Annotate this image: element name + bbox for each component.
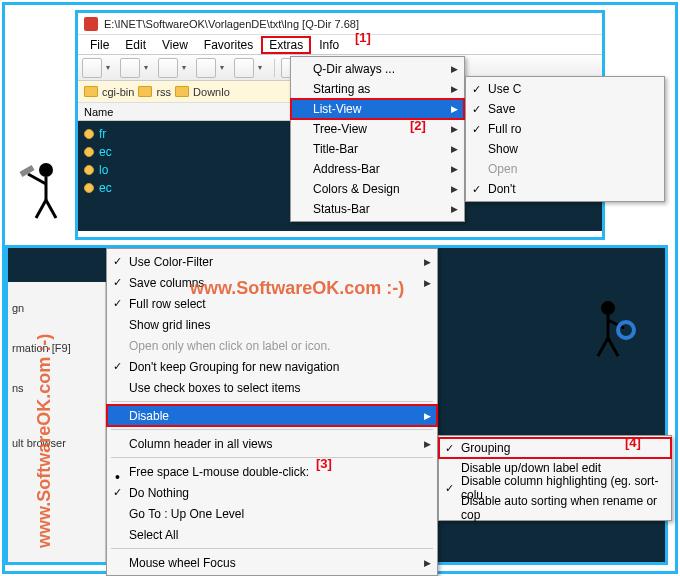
menu-item-open-label: Open only when click on label or icon. [107,335,437,356]
file-name: ec [99,181,112,195]
sidebar-item[interactable]: ns [12,368,101,408]
toolbar-separator [274,59,275,77]
menu-item-color-filter[interactable]: Use Color-Filter▶ [107,251,437,272]
file-icon [84,147,94,157]
menu-file[interactable]: File [82,36,117,54]
menu-item-label: Colors & Design [313,182,400,196]
dropdown-icon[interactable]: ▾ [144,63,154,72]
menu-item-label: List-View [313,102,361,116]
menu-item-checkboxes[interactable]: Use check boxes to select items [107,377,437,398]
menu-item-address-bar[interactable]: Address-Bar▶ [291,159,464,179]
menu-separator [111,429,433,430]
menu-header-free-space: Free space L-mouse double-click: [107,461,437,482]
toolbar-button[interactable] [196,58,216,78]
svg-line-2 [36,200,46,218]
menu-item-label: Use Color-Filter [129,255,213,269]
menu-item-label: Status-Bar [313,202,370,216]
folder-tab[interactable]: Downlo [175,86,230,98]
menu-item-label: Don't [488,182,516,196]
menu-item-disable[interactable]: Disable▶ [107,405,437,426]
submenu-arrow-icon: ▶ [451,104,458,114]
extras-menu: Q-Dir always ...▶ Starting as▶ List-View… [290,56,465,222]
folder-icon [138,86,152,97]
sidebar-item[interactable]: rmation [F9] [12,328,101,368]
sidebar: gn rmation [F9] ns ult browser [8,282,106,562]
menu-extras[interactable]: Extras [261,36,311,54]
sidebar-item[interactable]: gn [12,288,101,328]
folder-tab[interactable]: cgi-bin [84,86,134,98]
menu-item-qdir-always[interactable]: Q-Dir always ...▶ [291,59,464,79]
menu-item-do-nothing[interactable]: Do Nothing [107,482,437,503]
submenu-arrow-icon: ▶ [424,558,431,568]
svg-line-3 [46,200,56,218]
menu-item-label: Column header in all views [129,437,272,451]
submenu-item[interactable]: Save [466,99,664,119]
submenu-item[interactable]: Don't [466,179,664,199]
window-title: E:\INET\SoftwareOK\VorlagenDE\txt\lng [Q… [104,18,359,30]
folder-tab-label: Downlo [193,86,230,98]
titlebar: E:\INET\SoftwareOK\VorlagenDE\txt\lng [Q… [78,13,602,35]
menu-item-list-view[interactable]: List-View▶ [291,99,464,119]
menu-item-up-one-level[interactable]: Go To : Up One Level [107,503,437,524]
svg-point-6 [601,301,615,315]
menu-item-column-header[interactable]: Column header in all views▶ [107,433,437,454]
qdir-app-icon [84,17,98,31]
submenu-arrow-icon: ▶ [451,124,458,134]
menu-item-label: Disable [129,409,169,423]
sidebar-item[interactable]: ult browser [12,408,101,478]
menu-item-select-all[interactable]: Select All [107,524,437,545]
submenu-arrow-icon: ▶ [424,411,431,421]
toolbar-button[interactable] [82,58,102,78]
folder-icon [175,86,189,97]
submenu-arrow-icon: ▶ [451,184,458,194]
file-name: lo [99,163,108,177]
menu-item-label: Open only when click on label or icon. [129,339,330,353]
menu-item-label: Tree-View [313,122,367,136]
menu-item-label: Don't keep Grouping for new navigation [129,360,339,374]
menu-item-status-bar[interactable]: Status-Bar▶ [291,199,464,219]
menubar: File Edit View Favorites Extras Info [78,35,602,55]
menu-item-starting-as[interactable]: Starting as▶ [291,79,464,99]
menu-item-label: Go To : Up One Level [129,507,244,521]
submenu-arrow-icon: ▶ [451,144,458,154]
file-icon [84,165,94,175]
menu-item-label: Title-Bar [313,142,358,156]
folder-tab[interactable]: rss [138,86,171,98]
menu-item-grid-lines[interactable]: Show grid lines [107,314,437,335]
submenu-item-auto-sort[interactable]: Disable auto sorting when rename or cop [439,498,671,518]
menu-separator [111,401,433,402]
submenu-arrow-icon: ▶ [424,278,431,288]
folder-icon [84,86,98,97]
submenu-item[interactable]: Show [466,139,664,159]
menu-item-mouse-wheel-focus[interactable]: Mouse wheel Focus▶ [107,552,437,573]
menu-item-tree-view[interactable]: Tree-View▶ [291,119,464,139]
menu-view[interactable]: View [154,36,196,54]
svg-point-11 [618,322,634,338]
menu-item-label: Select All [129,528,178,542]
menu-item-label: Show grid lines [129,318,210,332]
dropdown-icon[interactable]: ▾ [220,63,230,72]
dropdown-icon[interactable]: ▾ [182,63,192,72]
menu-favorites[interactable]: Favorites [196,36,261,54]
toolbar-button[interactable] [120,58,140,78]
toolbar-button[interactable] [158,58,178,78]
menu-item-label: Address-Bar [313,162,380,176]
dropdown-icon[interactable]: ▾ [258,63,268,72]
menu-item-title-bar[interactable]: Title-Bar▶ [291,139,464,159]
menu-separator [111,457,433,458]
annotation-2: [2] [410,118,426,133]
menu-item-label: Save [488,102,515,116]
menu-edit[interactable]: Edit [117,36,154,54]
menu-info[interactable]: Info [311,36,347,54]
menu-item-label: Full ro [488,122,521,136]
watermark: www.SoftwareOK.com :-) [190,278,404,299]
toolbar-button[interactable] [234,58,254,78]
file-icon [84,183,94,193]
menu-item-label: Open [488,162,517,176]
menu-item-colors-design[interactable]: Colors & Design▶ [291,179,464,199]
submenu-item[interactable]: Use C [466,79,664,99]
stick-figure-magnifier-icon [588,298,636,358]
submenu-item[interactable]: Full ro [466,119,664,139]
dropdown-icon[interactable]: ▾ [106,63,116,72]
menu-item-dont-keep-grouping[interactable]: Don't keep Grouping for new navigation [107,356,437,377]
